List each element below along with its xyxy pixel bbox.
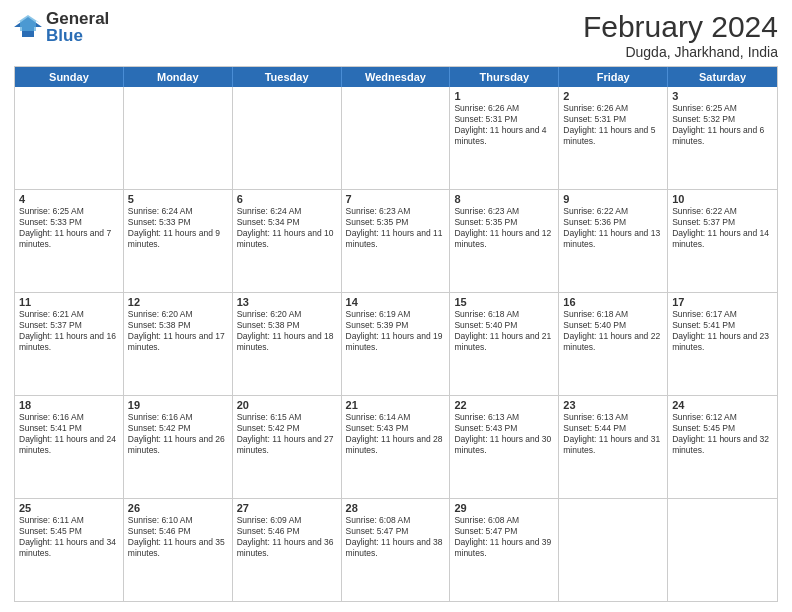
calendar-cell: 13Sunrise: 6:20 AM Sunset: 5:38 PM Dayli… — [233, 293, 342, 395]
calendar-cell: 8Sunrise: 6:23 AM Sunset: 5:35 PM Daylig… — [450, 190, 559, 292]
day-info: Sunrise: 6:20 AM Sunset: 5:38 PM Dayligh… — [237, 309, 337, 353]
calendar-cell — [233, 87, 342, 189]
day-number: 17 — [672, 296, 773, 308]
calendar-cell: 2Sunrise: 6:26 AM Sunset: 5:31 PM Daylig… — [559, 87, 668, 189]
month-year: February 2024 — [583, 10, 778, 44]
calendar-cell — [668, 499, 777, 601]
calendar-cell: 27Sunrise: 6:09 AM Sunset: 5:46 PM Dayli… — [233, 499, 342, 601]
day-info: Sunrise: 6:24 AM Sunset: 5:33 PM Dayligh… — [128, 206, 228, 250]
calendar-cell: 29Sunrise: 6:08 AM Sunset: 5:47 PM Dayli… — [450, 499, 559, 601]
calendar-cell: 21Sunrise: 6:14 AM Sunset: 5:43 PM Dayli… — [342, 396, 451, 498]
day-number: 10 — [672, 193, 773, 205]
calendar-cell — [559, 499, 668, 601]
logo-blue: Blue — [46, 27, 109, 44]
location: Dugda, Jharkhand, India — [583, 44, 778, 60]
day-number: 5 — [128, 193, 228, 205]
day-number: 12 — [128, 296, 228, 308]
header-day-thursday: Thursday — [450, 67, 559, 87]
day-info: Sunrise: 6:16 AM Sunset: 5:42 PM Dayligh… — [128, 412, 228, 456]
calendar-cell: 15Sunrise: 6:18 AM Sunset: 5:40 PM Dayli… — [450, 293, 559, 395]
day-info: Sunrise: 6:23 AM Sunset: 5:35 PM Dayligh… — [346, 206, 446, 250]
day-number: 23 — [563, 399, 663, 411]
day-info: Sunrise: 6:17 AM Sunset: 5:41 PM Dayligh… — [672, 309, 773, 353]
day-number: 6 — [237, 193, 337, 205]
day-number: 24 — [672, 399, 773, 411]
day-number: 26 — [128, 502, 228, 514]
header-day-wednesday: Wednesday — [342, 67, 451, 87]
logo-general: General — [46, 10, 109, 27]
calendar-cell: 22Sunrise: 6:13 AM Sunset: 5:43 PM Dayli… — [450, 396, 559, 498]
header-day-friday: Friday — [559, 67, 668, 87]
day-info: Sunrise: 6:26 AM Sunset: 5:31 PM Dayligh… — [454, 103, 554, 147]
day-number: 19 — [128, 399, 228, 411]
calendar-cell: 20Sunrise: 6:15 AM Sunset: 5:42 PM Dayli… — [233, 396, 342, 498]
day-info: Sunrise: 6:23 AM Sunset: 5:35 PM Dayligh… — [454, 206, 554, 250]
day-info: Sunrise: 6:19 AM Sunset: 5:39 PM Dayligh… — [346, 309, 446, 353]
calendar-cell: 7Sunrise: 6:23 AM Sunset: 5:35 PM Daylig… — [342, 190, 451, 292]
day-number: 16 — [563, 296, 663, 308]
day-info: Sunrise: 6:08 AM Sunset: 5:47 PM Dayligh… — [454, 515, 554, 559]
calendar-cell: 11Sunrise: 6:21 AM Sunset: 5:37 PM Dayli… — [15, 293, 124, 395]
day-info: Sunrise: 6:25 AM Sunset: 5:32 PM Dayligh… — [672, 103, 773, 147]
calendar-cell: 4Sunrise: 6:25 AM Sunset: 5:33 PM Daylig… — [15, 190, 124, 292]
page: General Blue February 2024 Dugda, Jharkh… — [0, 0, 792, 612]
calendar-header: SundayMondayTuesdayWednesdayThursdayFrid… — [15, 67, 777, 87]
day-number: 25 — [19, 502, 119, 514]
calendar-body: 1Sunrise: 6:26 AM Sunset: 5:31 PM Daylig… — [15, 87, 777, 601]
calendar-row-0: 1Sunrise: 6:26 AM Sunset: 5:31 PM Daylig… — [15, 87, 777, 189]
day-info: Sunrise: 6:18 AM Sunset: 5:40 PM Dayligh… — [454, 309, 554, 353]
calendar-cell: 16Sunrise: 6:18 AM Sunset: 5:40 PM Dayli… — [559, 293, 668, 395]
header-day-monday: Monday — [124, 67, 233, 87]
day-number: 18 — [19, 399, 119, 411]
calendar-cell — [124, 87, 233, 189]
calendar-cell — [342, 87, 451, 189]
logo-text: General Blue — [46, 10, 109, 44]
calendar-cell: 17Sunrise: 6:17 AM Sunset: 5:41 PM Dayli… — [668, 293, 777, 395]
calendar-cell: 28Sunrise: 6:08 AM Sunset: 5:47 PM Dayli… — [342, 499, 451, 601]
calendar-cell: 14Sunrise: 6:19 AM Sunset: 5:39 PM Dayli… — [342, 293, 451, 395]
day-number: 13 — [237, 296, 337, 308]
day-number: 11 — [19, 296, 119, 308]
calendar-cell — [15, 87, 124, 189]
calendar-row-3: 18Sunrise: 6:16 AM Sunset: 5:41 PM Dayli… — [15, 395, 777, 498]
day-info: Sunrise: 6:13 AM Sunset: 5:44 PM Dayligh… — [563, 412, 663, 456]
day-info: Sunrise: 6:16 AM Sunset: 5:41 PM Dayligh… — [19, 412, 119, 456]
header-day-tuesday: Tuesday — [233, 67, 342, 87]
calendar-cell: 3Sunrise: 6:25 AM Sunset: 5:32 PM Daylig… — [668, 87, 777, 189]
calendar-cell: 24Sunrise: 6:12 AM Sunset: 5:45 PM Dayli… — [668, 396, 777, 498]
calendar-row-4: 25Sunrise: 6:11 AM Sunset: 5:45 PM Dayli… — [15, 498, 777, 601]
day-info: Sunrise: 6:22 AM Sunset: 5:37 PM Dayligh… — [672, 206, 773, 250]
calendar-cell: 9Sunrise: 6:22 AM Sunset: 5:36 PM Daylig… — [559, 190, 668, 292]
day-info: Sunrise: 6:24 AM Sunset: 5:34 PM Dayligh… — [237, 206, 337, 250]
calendar-cell: 5Sunrise: 6:24 AM Sunset: 5:33 PM Daylig… — [124, 190, 233, 292]
logo: General Blue — [14, 10, 109, 44]
calendar-row-1: 4Sunrise: 6:25 AM Sunset: 5:33 PM Daylig… — [15, 189, 777, 292]
calendar-cell: 26Sunrise: 6:10 AM Sunset: 5:46 PM Dayli… — [124, 499, 233, 601]
day-info: Sunrise: 6:20 AM Sunset: 5:38 PM Dayligh… — [128, 309, 228, 353]
calendar-row-2: 11Sunrise: 6:21 AM Sunset: 5:37 PM Dayli… — [15, 292, 777, 395]
day-info: Sunrise: 6:09 AM Sunset: 5:46 PM Dayligh… — [237, 515, 337, 559]
day-number: 3 — [672, 90, 773, 102]
calendar-cell: 19Sunrise: 6:16 AM Sunset: 5:42 PM Dayli… — [124, 396, 233, 498]
calendar-cell: 1Sunrise: 6:26 AM Sunset: 5:31 PM Daylig… — [450, 87, 559, 189]
day-info: Sunrise: 6:25 AM Sunset: 5:33 PM Dayligh… — [19, 206, 119, 250]
day-info: Sunrise: 6:26 AM Sunset: 5:31 PM Dayligh… — [563, 103, 663, 147]
day-info: Sunrise: 6:14 AM Sunset: 5:43 PM Dayligh… — [346, 412, 446, 456]
day-number: 14 — [346, 296, 446, 308]
day-number: 8 — [454, 193, 554, 205]
day-info: Sunrise: 6:13 AM Sunset: 5:43 PM Dayligh… — [454, 412, 554, 456]
day-info: Sunrise: 6:18 AM Sunset: 5:40 PM Dayligh… — [563, 309, 663, 353]
calendar-cell: 10Sunrise: 6:22 AM Sunset: 5:37 PM Dayli… — [668, 190, 777, 292]
header-day-saturday: Saturday — [668, 67, 777, 87]
calendar-cell: 12Sunrise: 6:20 AM Sunset: 5:38 PM Dayli… — [124, 293, 233, 395]
day-number: 29 — [454, 502, 554, 514]
header-day-sunday: Sunday — [15, 67, 124, 87]
day-info: Sunrise: 6:21 AM Sunset: 5:37 PM Dayligh… — [19, 309, 119, 353]
day-info: Sunrise: 6:10 AM Sunset: 5:46 PM Dayligh… — [128, 515, 228, 559]
day-info: Sunrise: 6:11 AM Sunset: 5:45 PM Dayligh… — [19, 515, 119, 559]
logo-bird-icon — [14, 13, 42, 41]
day-number: 28 — [346, 502, 446, 514]
day-info: Sunrise: 6:15 AM Sunset: 5:42 PM Dayligh… — [237, 412, 337, 456]
title-block: February 2024 Dugda, Jharkhand, India — [583, 10, 778, 60]
calendar-cell: 6Sunrise: 6:24 AM Sunset: 5:34 PM Daylig… — [233, 190, 342, 292]
